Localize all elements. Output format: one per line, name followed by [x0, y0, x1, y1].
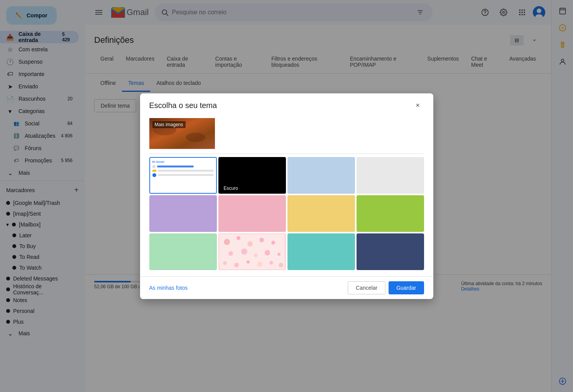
theme-item-navy[interactable] — [357, 233, 424, 270]
theme-divider — [149, 154, 424, 154]
svg-point-41 — [271, 241, 275, 245]
svg-point-45 — [265, 250, 270, 255]
theme-item-light-blue[interactable] — [287, 157, 355, 194]
preview-line3 — [158, 174, 214, 176]
svg-point-51 — [269, 261, 273, 265]
svg-point-46 — [277, 253, 281, 256]
theme-grid: M Gmail — [149, 157, 424, 270]
preview-icon — [152, 165, 156, 168]
save-button[interactable]: Guardar — [389, 281, 424, 294]
theme-item-mint[interactable] — [149, 233, 217, 270]
cancel-button[interactable]: Cancelar — [348, 281, 385, 294]
dialog-title: Escolha o seu tema — [149, 101, 217, 110]
svg-point-43 — [241, 248, 247, 255]
svg-point-38 — [237, 236, 240, 240]
gmail-preview-logo: M Gmail — [152, 160, 164, 164]
theme-item-floral[interactable] — [218, 233, 286, 270]
svg-point-40 — [259, 238, 264, 242]
dialog-close-button[interactable]: × — [412, 100, 424, 112]
theme-item-dark[interactable]: Escuro — [218, 157, 286, 194]
mars-label: Mais imagens — [152, 121, 186, 128]
svg-point-47 — [223, 261, 227, 265]
gmail-preview: M Gmail — [150, 158, 216, 193]
theme-item-green[interactable] — [357, 195, 424, 232]
theme-dialog-overlay[interactable]: Escolha o seu tema × Mais imagens M Gm — [0, 0, 573, 392]
preview-line — [157, 166, 194, 167]
svg-point-49 — [247, 260, 250, 264]
my-photos-button[interactable]: As minhas fotos — [149, 285, 188, 291]
theme-dialog: Escolha o seu tema × Mais imagens M Gm — [140, 93, 433, 299]
svg-point-39 — [247, 241, 253, 247]
dialog-body: Mais imagens M Gmail — [140, 118, 433, 276]
svg-point-44 — [254, 253, 258, 257]
theme-label-dark: Escuro — [222, 185, 240, 191]
dialog-header: Escolha o seu tema × — [140, 93, 433, 118]
theme-item-light-gray[interactable] — [357, 157, 424, 194]
theme-mars-item[interactable]: Mais imagens — [149, 118, 215, 149]
svg-point-50 — [257, 262, 262, 267]
floral-pattern — [219, 234, 285, 270]
theme-item-teal[interactable] — [287, 233, 355, 270]
svg-point-42 — [228, 251, 233, 256]
svg-point-48 — [234, 263, 239, 267]
svg-point-52 — [279, 263, 283, 267]
svg-point-37 — [224, 239, 230, 245]
dialog-footer: As minhas fotos Cancelar Guardar — [140, 276, 433, 299]
theme-item-gmail-default[interactable]: M Gmail — [149, 157, 217, 194]
theme-item-yellow[interactable] — [287, 195, 355, 232]
preview-circle — [152, 173, 156, 177]
theme-item-purple[interactable] — [149, 195, 217, 232]
preview-icon2 — [152, 170, 156, 172]
theme-mars-section: Mais imagens — [149, 118, 424, 149]
dialog-footer-actions: Cancelar Guardar — [348, 281, 424, 294]
preview-line2 — [158, 170, 214, 172]
svg-point-35 — [186, 133, 205, 142]
theme-item-pink[interactable] — [218, 195, 286, 232]
